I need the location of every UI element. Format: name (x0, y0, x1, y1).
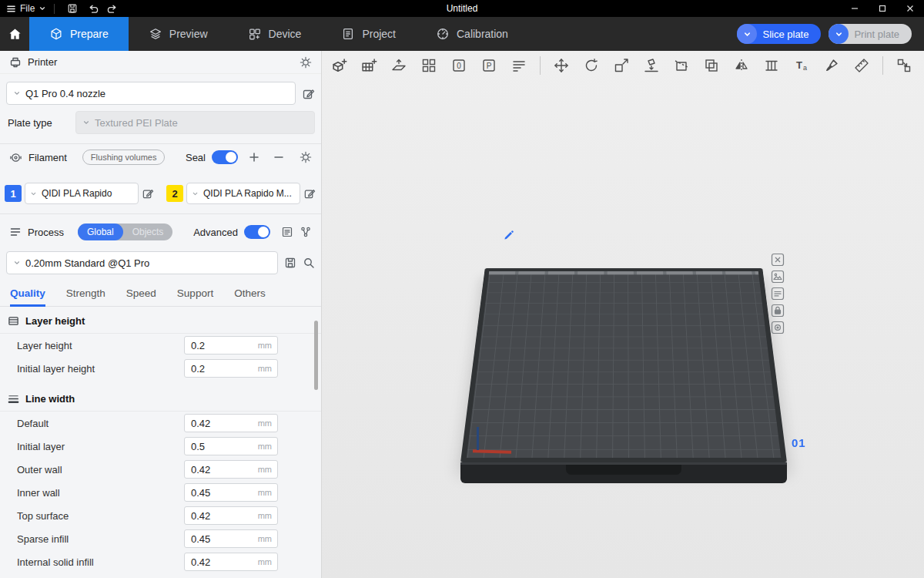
object-label-icon: 0 (451, 58, 467, 73)
sidebar-scrollbar[interactable] (314, 321, 318, 390)
add-object-button[interactable] (330, 56, 348, 75)
printer-settings-button[interactable] (300, 56, 312, 69)
tab-quality[interactable]: Quality (10, 282, 45, 306)
section-divider (0, 213, 321, 214)
line-width-internal-solid-infill-input[interactable]: 0.42 mm (184, 553, 278, 571)
mirror-button[interactable] (732, 56, 751, 75)
filament-slot-2-value: QIDI PLA Rapido M... (203, 188, 292, 199)
plate-name-icon[interactable] (771, 287, 785, 301)
scope-objects-option[interactable]: Objects (123, 223, 173, 240)
part-label-icon: P (481, 58, 497, 73)
plate-type-dropdown[interactable]: Textured PEI Plate (75, 111, 315, 134)
list-icon (281, 226, 293, 238)
object-label-button[interactable]: 0 (450, 56, 468, 75)
initial-layer-height-input[interactable]: 0.2 mm (184, 359, 278, 378)
text-tool-button[interactable]: Ta (792, 56, 811, 75)
viewport-toolbar: 0 P (322, 51, 924, 80)
tab-device[interactable]: Device (228, 17, 322, 51)
line-width-icon (8, 393, 19, 405)
param-label: Initial layer height (17, 363, 95, 375)
move-button[interactable] (552, 56, 571, 75)
process-preset-value: 0.20mm Standard @Q1 Pro (25, 257, 149, 269)
home-button[interactable] (0, 17, 29, 51)
filament-slot-1-badge[interactable]: 1 (5, 185, 22, 202)
plate-number-label[interactable]: 01 (792, 436, 806, 449)
close-plate-icon[interactable] (771, 253, 785, 267)
measure-button[interactable] (852, 56, 871, 75)
tab-preview[interactable]: Preview (129, 17, 228, 51)
remove-filament-button[interactable] (273, 152, 284, 163)
layer-height-input[interactable]: 0.2 mm (184, 336, 278, 355)
tab-strength[interactable]: Strength (66, 282, 105, 306)
minimize-button[interactable] (841, 0, 869, 17)
plate-name-pencil-icon[interactable] (504, 230, 514, 240)
swap-plate-icon[interactable] (771, 270, 785, 284)
print-options-chevron-icon[interactable] (829, 24, 849, 44)
scale-button[interactable] (612, 56, 631, 75)
part-label-button[interactable]: P (480, 56, 498, 75)
tab-support[interactable]: Support (177, 282, 213, 306)
param-row: Top surface 0.42 mm (0, 504, 321, 527)
assembly-view-button[interactable] (895, 56, 913, 75)
line-width-initial-layer-input[interactable]: 0.5 mm (184, 437, 278, 455)
seal-label: Seal (186, 152, 206, 163)
preset-list-button[interactable] (281, 226, 293, 238)
save-preset-button[interactable] (284, 257, 296, 269)
seal-toggle[interactable] (212, 150, 238, 164)
plate-rim (489, 271, 759, 274)
arrange-button[interactable] (420, 56, 438, 75)
printer-preset-dropdown[interactable]: Q1 Pro 0.4 nozzle (6, 82, 296, 105)
advanced-label: Advanced (193, 227, 238, 238)
cut-button[interactable] (672, 56, 691, 75)
tab-calibration[interactable]: Calibration (416, 17, 528, 51)
filament-slot-1-value: QIDI PLA Rapido (42, 188, 112, 199)
line-width-inner-wall-input[interactable]: 0.45 mm (184, 483, 278, 502)
file-menu[interactable]: File (6, 3, 46, 14)
search-settings-button[interactable] (303, 257, 315, 269)
add-plate-button[interactable] (360, 56, 378, 75)
slice-options-chevron-icon[interactable] (737, 24, 757, 44)
undo-button[interactable] (82, 0, 102, 17)
print-plate-button[interactable]: Print plate (829, 24, 912, 44)
filament-slot-2-badge[interactable]: 2 (166, 185, 183, 202)
paint-button[interactable] (822, 56, 841, 75)
flushing-volumes-button[interactable]: Flushing volumes (82, 150, 166, 165)
process-scope-switch[interactable]: Global Objects (78, 223, 172, 240)
tab-prepare[interactable]: Prepare (29, 17, 129, 51)
add-filament-button[interactable] (249, 152, 259, 163)
line-width-default-input[interactable]: 0.42 mm (184, 414, 278, 432)
lock-plate-icon[interactable] (771, 304, 785, 318)
maximize-button[interactable] (869, 0, 896, 17)
tab-project[interactable]: Project (321, 17, 416, 51)
line-width-sparse-infill-input[interactable]: 0.45 mm (184, 529, 278, 548)
svg-text:P: P (487, 62, 492, 70)
build-scene[interactable]: 01 (322, 80, 924, 578)
redo-button[interactable] (102, 0, 122, 17)
slice-plate-button[interactable]: Slice plate (737, 24, 821, 44)
edit-filament-2-button[interactable] (303, 187, 316, 200)
3d-viewport[interactable]: 0 P (322, 51, 924, 578)
lay-flat-button[interactable] (642, 56, 661, 75)
rotate-button[interactable] (582, 56, 601, 75)
line-width-top-surface-input[interactable]: 0.42 mm (184, 506, 278, 525)
build-plate[interactable] (460, 268, 787, 462)
tab-speed[interactable]: Speed (126, 282, 156, 306)
edit-filament-1-button[interactable] (142, 187, 154, 200)
filament-slot-1-dropdown[interactable]: QIDI PLA Rapido (25, 183, 139, 204)
compare-presets-button[interactable] (300, 226, 312, 238)
scope-global-option[interactable]: Global (78, 223, 123, 240)
filament-slot-2-dropdown[interactable]: QIDI PLA Rapido M... (186, 183, 300, 204)
filament-settings-button[interactable] (300, 151, 312, 163)
tab-others[interactable]: Others (234, 282, 266, 306)
line-width-outer-wall-input[interactable]: 0.42 mm (184, 460, 278, 479)
clone-button[interactable] (702, 56, 721, 75)
advanced-toggle[interactable] (244, 225, 270, 239)
variable-layer-button[interactable] (510, 56, 528, 75)
auto-orient-button[interactable] (390, 56, 408, 75)
edit-printer-preset-button[interactable] (302, 87, 315, 100)
process-preset-dropdown[interactable]: 0.20mm Standard @Q1 Pro (6, 251, 278, 274)
support-button[interactable] (762, 56, 781, 75)
close-button[interactable] (896, 0, 924, 17)
plate-settings-icon[interactable] (771, 321, 785, 334)
save-button[interactable] (62, 0, 82, 17)
